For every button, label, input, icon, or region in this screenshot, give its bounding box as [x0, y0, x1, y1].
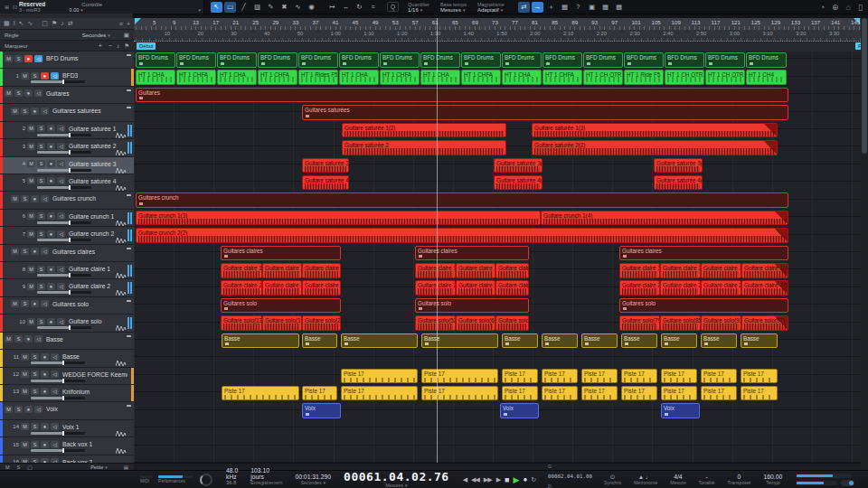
expand-icon[interactable]: ⊞	[5, 4, 9, 10]
record-arm-button[interactable]: ●	[24, 55, 33, 62]
track-header-12-wedge-force-keemun[interactable]: 12MS●◁WEDGE FORCE Keemun	[0, 368, 134, 385]
mute-button[interactable]: M	[27, 212, 35, 220]
main-time-display[interactable]: 00061.04.02.76	[344, 471, 449, 483]
main-time-unit[interactable]: Mesures	[385, 483, 407, 488]
monitor-button[interactable]: ◁	[51, 441, 59, 448]
track-header-2-guitare-satur-e-1[interactable]: 2MS●◁Guitare saturée 1	[0, 122, 134, 139]
clip-guitares-claires[interactable]: Guitares claires	[221, 246, 341, 261]
mute-button[interactable]: M	[21, 353, 29, 361]
link-icon[interactable]: ⊡	[13, 4, 17, 10]
listen-tool-button[interactable]: ◉	[306, 2, 317, 13]
record-arm-button[interactable]: ●	[41, 441, 49, 448]
clip-guitare-claire-2-19[interactable]: Guitare claire 2(19)	[415, 280, 456, 296]
transport-toggle[interactable]	[841, 480, 854, 486]
volume-slider[interactable]	[37, 239, 91, 241]
track-header-7-guitare-crunch-2[interactable]: 7MS●◁Guitare crunch 2	[0, 227, 134, 244]
clip-guitare-claire-2-43[interactable]: Guitare claire 2(43)	[660, 280, 701, 296]
split-tool-button[interactable]: ╱	[238, 2, 250, 13]
clip-guitare-satur-e-4-3[interactable]: Guitare saturée 4(3)	[302, 175, 349, 191]
record-arm-button[interactable]: ●	[41, 388, 49, 395]
record-arm-button[interactable]: ●	[41, 353, 49, 361]
mute-button[interactable]: M	[27, 125, 35, 132]
track-grid-icon[interactable]: ▤	[124, 465, 128, 470]
clip-basse[interactable]: Basse	[581, 333, 618, 349]
volume-slider[interactable]	[31, 449, 85, 452]
mute-button[interactable]: M	[21, 72, 29, 80]
clip-ht-1-chfa[interactable]: HT 1 CHFA	[258, 70, 297, 85]
record-arm-button[interactable]: ●	[41, 423, 49, 430]
time-ruler[interactable]: 10203040501:001:101:201:301:401:502:002:…	[134, 30, 861, 41]
mute-button[interactable]: M	[27, 177, 35, 184]
clip-guitare-claire-1-26[interactable]: Guitare claire 1(26)	[456, 263, 495, 278]
clip-guitares-claires[interactable]: Guitares claires	[619, 246, 788, 261]
track-header-guitares-solo[interactable]: MS●◁Guitares solo	[0, 297, 134, 314]
stop-button[interactable]: ■	[505, 475, 508, 484]
record-arm-button[interactable]: ●	[31, 195, 39, 202]
clip-basse[interactable]: Basse	[502, 333, 538, 349]
clip-piste-17[interactable]: Piste 17	[341, 369, 418, 384]
next-bar-button[interactable]: ▶	[496, 476, 500, 483]
record-arm-button[interactable]: ●	[47, 318, 55, 325]
transpose-value[interactable]: 0	[738, 474, 741, 480]
clip-bfd-drums[interactable]: BFD Drums	[136, 52, 175, 68]
clip-guitares-crunch[interactable]: Guitares crunch	[136, 192, 788, 208]
track-header-guitares-satur-es[interactable]: MS●◁Guitares saturées	[0, 104, 134, 121]
clip-ht-1-cha[interactable]: HT 1 CHA	[339, 70, 379, 85]
notification-icon[interactable]: ▯	[858, 3, 863, 12]
clip-guitare-crunch-1-3[interactable]: Guitare crunch 1(3)	[136, 211, 541, 226]
track-header-5-guitare-satur-e-4[interactable]: 5MS●◁Guitare saturée 4	[0, 174, 134, 192]
solo-button[interactable]: S	[37, 283, 45, 290]
global-solo-button[interactable]: S	[17, 465, 21, 470]
clip-guitares[interactable]: Guitares	[136, 88, 788, 103]
follow-button[interactable]: →	[532, 2, 543, 13]
performance-meter-icon[interactable]: ◔	[820, 3, 825, 12]
solo-button[interactable]: S	[31, 72, 39, 80]
solo-button[interactable]: S	[37, 266, 45, 273]
record-arm-button[interactable]: ●	[47, 266, 55, 273]
track-header-bfd-drums[interactable]: MS●◁BFD Drums	[0, 52, 134, 69]
solo-button[interactable]: S	[21, 108, 29, 115]
performance-meter[interactable]	[158, 475, 193, 478]
track-layout-button[interactable]: ▦	[599, 2, 611, 13]
clip-piste-17[interactable]: Piste 17	[741, 386, 778, 401]
snap-select[interactable]: Magnétisme Adaptatif	[477, 2, 505, 13]
clip-basse[interactable]: Basse	[222, 333, 299, 349]
mute-button[interactable]: M	[21, 441, 29, 448]
clip-guitares-claires[interactable]: Guitares claires	[415, 246, 529, 261]
clip-piste-17[interactable]: Piste 17	[542, 369, 578, 384]
clip-bfd-drums[interactable]: BFD Drums	[461, 52, 501, 68]
clip-guitare-claire-1-44[interactable]: Guitare claire 1(44)	[701, 263, 741, 278]
global-mute-button[interactable]: M	[5, 465, 10, 470]
arrange-tool-icon[interactable]: ↖	[19, 20, 24, 27]
list-menu-icon[interactable]: ≡	[119, 21, 123, 27]
marker-lane[interactable]: DébutFin	[134, 41, 861, 52]
ruler-options-icon[interactable]: ▣	[124, 32, 129, 39]
clip-guitare-claire-2-37[interactable]: Guitare claire 2(37)	[619, 280, 660, 296]
arrow-tool-button[interactable]: ↖	[211, 2, 222, 13]
record-arm-button[interactable]: ●	[41, 72, 49, 80]
clip-ht-1-chfa[interactable]: HT 1 CHFA	[542, 70, 582, 85]
clip-ht-1-cha[interactable]: HT 1 CHA	[136, 70, 175, 85]
marker-note-icon[interactable]: ♪	[117, 42, 119, 49]
monitor-button[interactable]: ◁	[51, 353, 59, 361]
clip-guitares-solo[interactable]: Guitares solo	[221, 298, 341, 314]
home-icon[interactable]: ⌂	[846, 3, 851, 12]
monitor-button[interactable]: ◁	[41, 195, 49, 202]
quantize-select[interactable]: Quantifier 1/16	[408, 2, 429, 13]
clip-bfd-drums[interactable]: BFD Drums	[339, 52, 379, 68]
mute-button[interactable]: M	[11, 195, 19, 202]
grid-view-button[interactable]: ▦	[559, 2, 571, 13]
clip-piste-17[interactable]: Piste 17	[661, 369, 697, 384]
plugin-manager-icon[interactable]: ⊕	[832, 3, 839, 12]
solo-button[interactable]: S	[14, 335, 23, 343]
clip-basse[interactable]: Basse	[341, 333, 418, 349]
clip-guitare-solo-13[interactable]: Guitare solo(13)	[221, 315, 262, 331]
horizontal-scroll-strip[interactable]	[134, 463, 861, 470]
track-header-guitares-crunch[interactable]: MS●◁Guitares crunch	[0, 192, 134, 209]
volume-slider[interactable]	[37, 221, 91, 224]
clip-piste-17[interactable]: Piste 17	[741, 369, 778, 384]
volume-slider[interactable]	[37, 186, 91, 189]
key-value[interactable]: -	[705, 474, 707, 480]
bend-tool-button[interactable]: ∿	[292, 2, 304, 13]
clip-guitare-solo-97[interactable]: Guitare solo(97)	[741, 315, 788, 331]
